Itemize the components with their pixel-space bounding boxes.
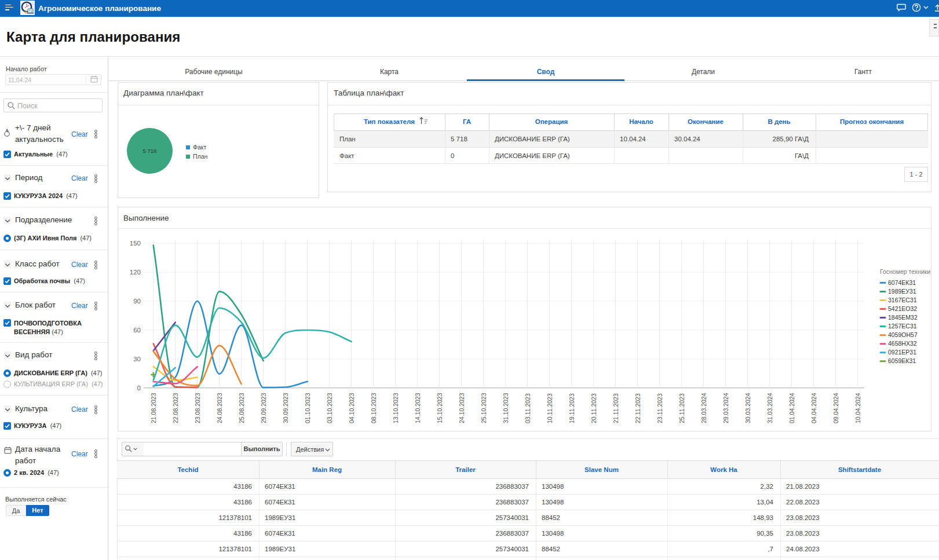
svg-text:0921ЕР31: 0921ЕР31 [888, 349, 916, 356]
svg-text:1845ЕМ32: 1845ЕМ32 [888, 314, 918, 321]
svg-text:10.11.2023: 10.11.2023 [546, 393, 553, 423]
svg-text:08.10.2023: 08.10.2023 [370, 393, 377, 423]
svg-text:Госномер техники: Госномер техники [880, 268, 930, 275]
svg-text:03.11.2023: 03.11.2023 [524, 393, 531, 423]
svg-text:03.10.2023: 03.10.2023 [326, 393, 333, 423]
svg-text:150: 150 [130, 240, 141, 247]
svg-text:22.11.2023: 22.11.2023 [634, 393, 641, 423]
svg-text:4059ОН57: 4059ОН57 [888, 331, 918, 338]
svg-text:1257ЕС31: 1257ЕС31 [888, 323, 917, 330]
svg-text:23.08.2023: 23.08.2023 [194, 393, 201, 423]
svg-text:6074ЕК31: 6074ЕК31 [888, 279, 916, 286]
svg-text:29.09.2023: 29.09.2023 [260, 393, 267, 423]
svg-text:24.10.2023: 24.10.2023 [458, 393, 465, 423]
svg-text:14.10.2023: 14.10.2023 [414, 393, 421, 423]
svg-text:31.10.2023: 31.10.2023 [502, 393, 509, 423]
svg-text:23.11.2023: 23.11.2023 [656, 393, 663, 423]
svg-text:15.10.2023: 15.10.2023 [436, 393, 443, 423]
svg-text:25.08.2023: 25.08.2023 [238, 393, 245, 423]
svg-text:01.04.2024: 01.04.2024 [788, 393, 795, 423]
svg-text:4658НХ32: 4658НХ32 [888, 340, 917, 347]
svg-text:21.11.2023: 21.11.2023 [612, 393, 619, 423]
svg-text:04.10.2023: 04.10.2023 [348, 393, 355, 423]
svg-text:90: 90 [133, 298, 141, 305]
svg-text:09.04.2024: 09.04.2024 [832, 393, 839, 423]
svg-text:60: 60 [133, 327, 141, 334]
svg-text:120: 120 [130, 269, 141, 276]
svg-text:3167ЕС31: 3167ЕС31 [888, 297, 917, 303]
svg-text:0: 0 [137, 385, 141, 391]
svg-text:19.11.2023: 19.11.2023 [568, 393, 575, 423]
svg-text:25.10.2023: 25.10.2023 [480, 393, 487, 423]
svg-text:22.08.2023: 22.08.2023 [172, 393, 179, 423]
svg-text:10.04.2024: 10.04.2024 [854, 393, 861, 423]
svg-text:28.03.2024: 28.03.2024 [700, 393, 707, 423]
svg-text:1989ЕУ31: 1989ЕУ31 [888, 288, 916, 295]
svg-text:01.10.2023: 01.10.2023 [304, 393, 311, 423]
svg-text:24.08.2023: 24.08.2023 [216, 393, 223, 423]
svg-text:29.03.2024: 29.03.2024 [722, 393, 729, 423]
svg-text:20.11.2023: 20.11.2023 [590, 393, 597, 423]
svg-text:6059ЕК31: 6059ЕК31 [888, 357, 916, 364]
svg-text:5421ЕО32: 5421ЕО32 [888, 305, 917, 312]
svg-text:31.03.2024: 31.03.2024 [766, 393, 773, 423]
svg-text:30.03.2024: 30.03.2024 [744, 393, 751, 423]
svg-text:21.08.2023: 21.08.2023 [150, 393, 157, 423]
svg-text:25.11.2023: 25.11.2023 [678, 393, 685, 423]
svg-text:30.09.2023: 30.09.2023 [282, 393, 289, 423]
svg-text:13.10.2023: 13.10.2023 [392, 393, 399, 423]
svg-text:04.04.2024: 04.04.2024 [810, 393, 817, 423]
svg-text:30: 30 [133, 356, 141, 363]
